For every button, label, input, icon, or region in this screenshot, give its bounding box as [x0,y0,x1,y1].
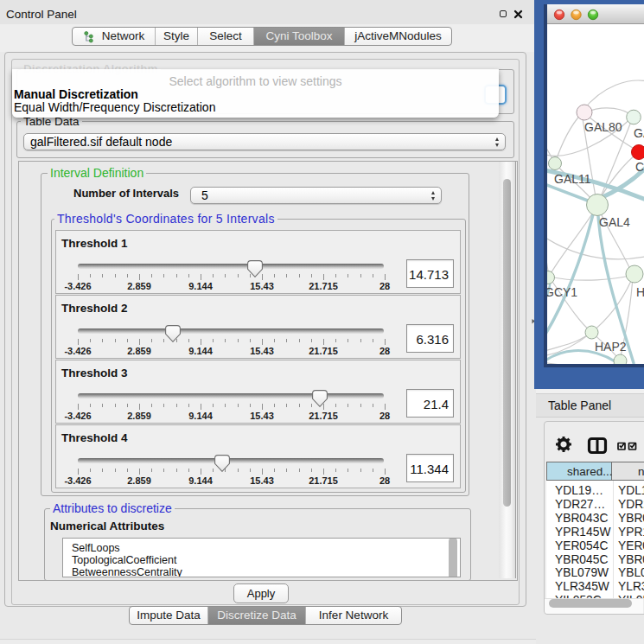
svg-text:HI: HI [636,285,644,299]
svg-text:GAL80: GAL80 [584,120,622,134]
svg-text:GAL4: GAL4 [599,215,630,229]
svg-text:GA: GA [634,126,644,140]
svg-text:GCY1: GCY1 [547,285,577,299]
svg-text:HAP2: HAP2 [595,340,627,354]
svg-text:CY: CY [635,160,644,174]
svg-text:GAL11: GAL11 [554,172,591,186]
